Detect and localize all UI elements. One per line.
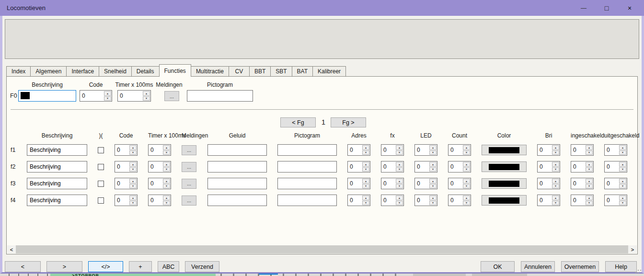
adres-spinner[interactable]: 0 ▲▼	[347, 195, 370, 206]
minimize-button[interactable]: —	[572, 0, 595, 16]
spinner-down-icon[interactable]: ▼	[129, 201, 137, 206]
adres-spinner[interactable]: 0 ▲▼	[347, 161, 370, 172]
f0-meldingen-button[interactable]: ...	[164, 91, 179, 101]
spinner-up-icon[interactable]: ▲	[143, 91, 150, 96]
spinner-up-icon[interactable]: ▲	[586, 145, 593, 150]
led-spinner[interactable]: 0 ▲▼	[414, 178, 437, 189]
f0-description-input[interactable]	[18, 90, 76, 102]
spinner-up-icon[interactable]: ▲	[362, 196, 369, 200]
maximize-button[interactable]: □	[595, 0, 618, 16]
timer-spinner[interactable]: 0 ▲▼	[148, 195, 171, 206]
bri-spinner[interactable]: 0 ▲▼	[537, 195, 560, 206]
spinner-down-icon[interactable]: ▼	[129, 150, 137, 155]
led-spinner[interactable]: 0 ▲▼	[414, 161, 437, 172]
spinner-down-icon[interactable]: ▼	[129, 184, 137, 189]
spinner-down-icon[interactable]: ▼	[463, 184, 470, 189]
spinner-down-icon[interactable]: ▼	[163, 150, 170, 155]
spinner-up-icon[interactable]: ▲	[429, 145, 437, 150]
spinner-up-icon[interactable]: ▲	[552, 179, 559, 184]
help-button[interactable]: Help	[605, 261, 637, 272]
spinner-down-icon[interactable]: ▼	[552, 201, 559, 206]
verzend-button[interactable]: Verzend	[185, 261, 219, 272]
scroll-right-icon[interactable]: >	[628, 245, 637, 253]
fx-spinner[interactable]: 0 ▲▼	[381, 161, 404, 172]
spinner-down-icon[interactable]: ▼	[586, 150, 593, 155]
spinner-up-icon[interactable]: ▲	[104, 91, 111, 96]
spinner-up-icon[interactable]: ▲	[362, 162, 369, 167]
spinner-up-icon[interactable]: ▲	[129, 162, 137, 167]
resize-grip-icon[interactable]	[638, 270, 639, 271]
direction-checkbox[interactable]	[98, 181, 104, 187]
spinner-up-icon[interactable]: ▲	[619, 162, 626, 167]
pictogram-input[interactable]	[277, 161, 337, 172]
spinner-down-icon[interactable]: ▼	[619, 201, 626, 206]
code-spinner[interactable]: 0 ▲▼	[115, 178, 138, 189]
count-spinner[interactable]: 0 ▲▼	[448, 195, 471, 206]
spinner-up-icon[interactable]: ▲	[362, 179, 369, 184]
spinner-down-icon[interactable]: ▼	[129, 167, 137, 172]
uitgeschakeld-spinner[interactable]: 0 ▲▼	[604, 195, 627, 206]
count-spinner[interactable]: 0 ▲▼	[448, 144, 471, 156]
tab-interface[interactable]: Interface	[66, 66, 99, 77]
tab-cv[interactable]: CV	[229, 66, 250, 77]
spinner-down-icon[interactable]: ▼	[396, 167, 403, 172]
tab-kalibreer[interactable]: Kalibreer	[312, 66, 346, 77]
ingeschakeld-spinner[interactable]: 0 ▲▼	[571, 161, 594, 172]
adres-spinner[interactable]: 0 ▲▼	[347, 144, 370, 156]
led-spinner[interactable]: 0 ▲▼	[414, 195, 437, 206]
spinner-up-icon[interactable]: ▲	[429, 196, 437, 200]
spinner-down-icon[interactable]: ▼	[396, 150, 403, 155]
spinner-down-icon[interactable]: ▼	[586, 201, 593, 206]
spinner-up-icon[interactable]: ▲	[396, 145, 403, 150]
spinner-down-icon[interactable]: ▼	[396, 201, 403, 206]
spinner-up-icon[interactable]: ▲	[429, 179, 437, 184]
tab-algemeen[interactable]: Algemeen	[30, 66, 67, 77]
ok-button[interactable]: OK	[481, 261, 515, 272]
pictogram-input[interactable]	[277, 178, 337, 189]
spinner-down-icon[interactable]: ▼	[552, 167, 559, 172]
tab-multitractie[interactable]: Multitractie	[191, 66, 229, 77]
tab-bbt[interactable]: BBT	[249, 66, 271, 77]
geluid-input[interactable]	[207, 144, 267, 156]
ingeschakeld-spinner[interactable]: 0 ▲▼	[571, 144, 594, 156]
meldingen-button[interactable]: ...	[182, 145, 196, 155]
spinner-up-icon[interactable]: ▲	[463, 162, 470, 167]
spinner-up-icon[interactable]: ▲	[586, 196, 593, 200]
spinner-down-icon[interactable]: ▼	[429, 201, 437, 206]
meldingen-button[interactable]: ...	[182, 196, 196, 206]
horizontal-scrollbar[interactable]: < >	[7, 245, 637, 253]
meldingen-button[interactable]: ...	[182, 179, 196, 189]
scroll-left-icon[interactable]: <	[7, 245, 16, 253]
spinner-up-icon[interactable]: ▲	[463, 145, 470, 150]
color-swatch-button[interactable]	[482, 161, 527, 172]
spinner-up-icon[interactable]: ▲	[129, 179, 137, 184]
adres-spinner[interactable]: 0 ▲▼	[347, 178, 370, 189]
spinner-down-icon[interactable]: ▼	[619, 150, 626, 155]
f0-pictogram-input[interactable]	[187, 90, 253, 102]
fx-spinner[interactable]: 0 ▲▼	[381, 195, 404, 206]
spinner-down-icon[interactable]: ▼	[463, 150, 470, 155]
spinner-down-icon[interactable]: ▼	[429, 167, 437, 172]
spinner-up-icon[interactable]: ▲	[396, 196, 403, 200]
spinner-up-icon[interactable]: ▲	[463, 179, 470, 184]
close-button[interactable]: ×	[618, 0, 641, 16]
direction-checkbox[interactable]	[98, 197, 104, 204]
spinner-up-icon[interactable]: ▲	[129, 196, 137, 200]
function-description-input[interactable]	[27, 195, 87, 206]
tab-details[interactable]: Details	[131, 66, 160, 77]
spinner-down-icon[interactable]: ▼	[396, 184, 403, 189]
spinner-down-icon[interactable]: ▼	[586, 167, 593, 172]
pictogram-input[interactable]	[277, 144, 337, 156]
spinner-down-icon[interactable]: ▼	[429, 150, 437, 155]
spinner-down-icon[interactable]: ▼	[163, 167, 170, 172]
add-button[interactable]: +	[129, 261, 152, 272]
ingeschakeld-spinner[interactable]: 0 ▲▼	[571, 178, 594, 189]
tab-index[interactable]: Index	[6, 66, 31, 77]
direction-checkbox[interactable]	[98, 164, 104, 170]
uitgeschakeld-spinner[interactable]: 0 ▲▼	[604, 161, 627, 172]
spinner-up-icon[interactable]: ▲	[129, 145, 137, 150]
scrollbar-thumb[interactable]	[16, 245, 628, 253]
color-swatch-button[interactable]	[482, 195, 527, 206]
bri-spinner[interactable]: 0 ▲▼	[537, 144, 560, 156]
code-spinner[interactable]: 0 ▲▼	[115, 144, 138, 156]
